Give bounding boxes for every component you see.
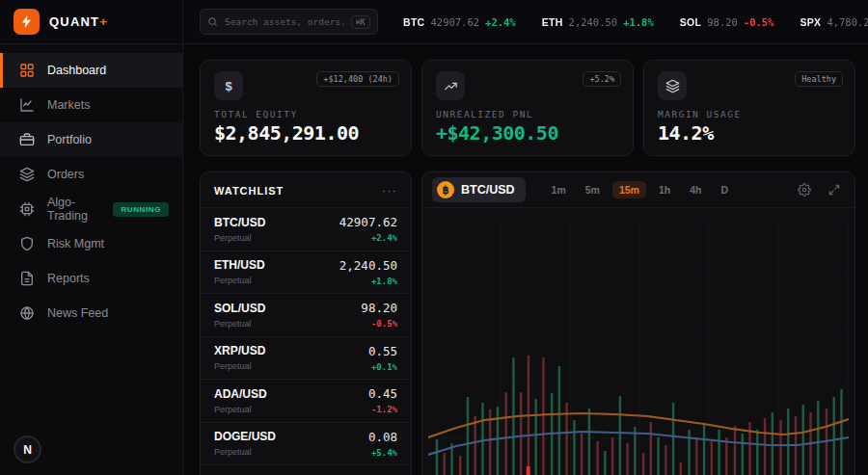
sidebar-item-label: Algo-Trading	[47, 196, 100, 223]
watchlist-price: 98.20	[361, 301, 397, 315]
app-title: QUANT+	[49, 14, 108, 29]
stat-value: +$42,300.50	[436, 121, 619, 145]
stat-card: Healthy MARGIN USAGE 14.2%	[643, 60, 855, 156]
watchlist-row[interactable]: BTC/USD Perpetual 42907.62 +2.4%	[201, 207, 411, 251]
sidebar-item-risk-mgmt[interactable]: Risk Mgmt	[0, 226, 182, 261]
watchlist-price: 0.55	[368, 344, 397, 358]
stat-badge: +$12,400 (24h)	[316, 71, 399, 87]
sidebar-item-news-feed[interactable]: News Feed	[0, 296, 182, 330]
search-shortcut: ⌘K	[351, 15, 370, 29]
sidebar-item-dashboard[interactable]: Dashboard	[0, 53, 182, 88]
trend-icon	[436, 71, 465, 100]
ticker-item: SPX 4,780.20 +0.2%	[800, 16, 868, 28]
sidebar-item-label: Orders	[47, 168, 84, 181]
ticker-symbol: SPX	[800, 16, 821, 28]
stat-cards: $ +$12,400 (24h) TOTAL EQUITY $2,845,291…	[200, 60, 855, 156]
logo: QUANT+	[0, 0, 183, 43]
watchlist-change: +0.1%	[368, 362, 397, 372]
timeframe-1h[interactable]: 1h	[652, 181, 677, 198]
chart-panel: ฿ BTC/USD 1m5m15m1h4hD	[421, 172, 855, 475]
dollar-icon: $	[214, 71, 243, 100]
timeframe-d[interactable]: D	[714, 181, 735, 198]
stat-badge: Healthy	[795, 71, 843, 87]
ticker-price: 4,780.20	[827, 16, 868, 28]
ticker-item: ETH 2,240.50 +1.8%	[542, 16, 654, 28]
timeframe-1m[interactable]: 1m	[545, 181, 573, 198]
stat-badge: +5.2%	[583, 71, 621, 87]
watchlist-symbol: ADA/USD	[214, 387, 267, 401]
user-avatar[interactable]: N	[14, 435, 41, 463]
watchlist-more-button[interactable]: ···	[382, 188, 397, 194]
sidebar-item-portfolio[interactable]: Portfolio	[0, 122, 182, 157]
watchlist-symbol: ETH/USD	[214, 258, 265, 272]
watchlist-type: Perpetual	[214, 276, 265, 285]
stat-value: $2,845,291.00	[214, 121, 397, 145]
stat-card: $ +$12,400 (24h) TOTAL EQUITY $2,845,291…	[200, 60, 412, 156]
watchlist-price: 42907.62	[339, 215, 397, 229]
running-badge: RUNNING	[113, 202, 169, 217]
watchlist-row[interactable]: ETH/USD Perpetual 2,240.50 +1.8%	[201, 251, 411, 294]
timeframe-5m[interactable]: 5m	[579, 181, 607, 198]
sidebar-item-orders[interactable]: Orders	[0, 157, 182, 192]
sidebar-item-label: Reports	[47, 272, 90, 285]
stat-card: +5.2% UNREALIZED PNL +$42,300.50	[421, 60, 634, 156]
watchlist-change: +1.8%	[339, 277, 397, 286]
cpu-icon	[19, 201, 35, 217]
watchlist-row[interactable]: AVAX/USD Perpetual 35.80	[201, 464, 411, 475]
watchlist-row[interactable]: SOL/USD Perpetual 98.20 -0.5%	[201, 293, 411, 336]
watchlist-price: 2,240.50	[339, 258, 397, 273]
chart-settings-gear-icon[interactable]	[798, 183, 811, 197]
search-icon	[207, 16, 218, 27]
top-bar: QUANT+ Search assets, orders... ⌘K BTC 4…	[0, 0, 868, 44]
watchlist-row[interactable]: ADA/USD Perpetual 0.45 -1.2%	[201, 379, 411, 422]
watchlist-panel: WATCHLIST ··· BTC/USD Perpetual 42907.62…	[200, 172, 412, 475]
watchlist-change: -0.5%	[361, 319, 397, 329]
timeframe-15m[interactable]: 15m	[612, 181, 646, 198]
search-input[interactable]: Search assets, orders... ⌘K	[200, 9, 378, 35]
stat-label: MARGIN USAGE	[658, 109, 841, 119]
ticker-change: -0.5%	[744, 16, 774, 28]
ticker-price: 2,240.50	[569, 16, 618, 28]
sidebar-item-reports[interactable]: Reports	[0, 261, 182, 296]
ticker-symbol: SOL	[680, 16, 702, 28]
watchlist-symbol: SOL/USD	[214, 302, 265, 315]
globe-icon	[19, 305, 35, 321]
watchlist-change: -1.2%	[368, 405, 397, 414]
ticker-change: +1.8%	[623, 16, 654, 28]
file-icon	[19, 271, 35, 286]
chart-icon	[19, 97, 35, 113]
watchlist-title: WATCHLIST	[214, 185, 284, 197]
sidebar-item-label: News Feed	[47, 306, 108, 320]
ticker-item: SOL 98.20 -0.5%	[680, 16, 774, 28]
ticker-price: 98.20	[707, 16, 738, 28]
timeframe-4h[interactable]: 4h	[683, 181, 708, 198]
watchlist-row[interactable]: XRP/USD Perpetual 0.55 +0.1%	[201, 336, 411, 380]
chart-expand-icon[interactable]	[827, 183, 841, 197]
btc-coin-icon: ฿	[437, 181, 454, 198]
watchlist-type: Perpetual	[214, 319, 265, 329]
logo-bolt-icon	[14, 9, 40, 35]
watchlist-change: +5.4%	[368, 448, 397, 458]
ticker-change: +2.4%	[485, 16, 516, 28]
stat-label: TOTAL EQUITY	[214, 109, 397, 119]
sidebar: DashboardMarketsPortfolioOrdersAlgo-Trad…	[0, 44, 183, 475]
stat-label: UNREALIZED PNL	[436, 109, 619, 119]
watchlist-price: 0.45	[368, 386, 397, 401]
chart-pair-selector[interactable]: ฿ BTC/USD	[432, 177, 526, 202]
ticker-symbol: BTC	[403, 16, 424, 28]
watchlist-rows: BTC/USD Perpetual 42907.62 +2.4%ETH/USD …	[201, 207, 411, 475]
watchlist-type: Perpetual	[214, 405, 267, 414]
watchlist-symbol: XRP/USD	[214, 344, 265, 357]
timeframe-buttons: 1m5m15m1h4hD	[545, 181, 736, 198]
sidebar-item-algo-trading[interactable]: Algo-TradingRUNNING	[0, 192, 182, 226]
watchlist-row[interactable]: DOGE/USD Perpetual 0.08 +5.4%	[201, 422, 411, 465]
watchlist-change: +2.4%	[339, 233, 397, 243]
sidebar-item-label: Markets	[47, 98, 90, 112]
watchlist-price: 0.08	[368, 430, 397, 444]
sidebar-item-markets[interactable]: Markets	[0, 88, 182, 122]
candlestick-chart[interactable]	[422, 208, 854, 475]
ticker-symbol: ETH	[542, 16, 563, 28]
chart-pair-label: BTC/USD	[461, 183, 515, 197]
grid-icon	[19, 63, 35, 78]
stat-value: 14.2%	[658, 121, 841, 145]
